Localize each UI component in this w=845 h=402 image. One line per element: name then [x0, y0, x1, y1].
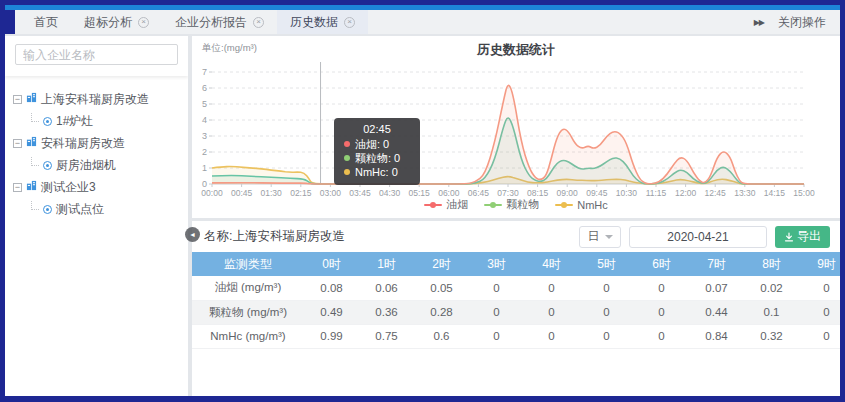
- legend-dot-icon: [490, 202, 496, 208]
- table-scroll-area: 监测类型0时1时2时3时4时5时6时7时8时9时油烟 (mg/m³)0.080.…: [192, 252, 840, 349]
- tooltip-time: 02:45: [344, 123, 410, 135]
- table-cell: 0: [579, 324, 634, 348]
- chart-legend: 油烟颗粒物NmHc: [192, 197, 840, 212]
- table-cell: 0.44: [689, 300, 744, 324]
- table-cell: 0.05: [414, 276, 469, 300]
- tab-item[interactable]: 首页: [21, 10, 71, 34]
- collapse-toggle-icon[interactable]: −: [13, 139, 22, 148]
- main-area: 单位:(mg/m³) 历史数据统计 0123456700:0000:4501:3…: [192, 36, 840, 396]
- table-row: NmHc (mg/m³)0.990.750.600000.840.320: [192, 324, 840, 348]
- data-table-panel: 名称:上海安科瑞厨房改造 日 导出: [192, 221, 840, 396]
- table-cell: 0: [799, 324, 840, 348]
- monitor-point-icon: [43, 205, 52, 214]
- enterprise-search-input[interactable]: [15, 44, 178, 65]
- tree-node-label: 厨房油烟机: [56, 157, 116, 174]
- tree-node-enterprise[interactable]: −安科瑞厨房改造: [13, 132, 180, 154]
- table-cell: 0: [634, 276, 689, 300]
- tab-item[interactable]: 企业分析报告×: [162, 10, 277, 34]
- table-cell: 0: [524, 300, 579, 324]
- tab-item[interactable]: 历史数据×: [277, 10, 368, 34]
- sidebar: −上海安科瑞厨房改造1#炉灶−安科瑞厨房改造厨房油烟机−测试企业3测试点位: [5, 36, 188, 396]
- table-cell: 0: [524, 324, 579, 348]
- tab-item[interactable]: 超标分析×: [71, 10, 162, 34]
- table-cell: 0.07: [689, 276, 744, 300]
- table-cell: 0: [579, 300, 634, 324]
- forward-icon[interactable]: ▶▶: [754, 18, 764, 27]
- tab-bar: 首页超标分析×企业分析报告×历史数据× ▶▶ 关闭操作: [5, 10, 840, 34]
- table-cell: 0.75: [359, 324, 414, 348]
- table-cell: 0.84: [689, 324, 744, 348]
- column-header: 2时: [414, 252, 469, 276]
- content-area: −上海安科瑞厨房改造1#炉灶−安科瑞厨房改造厨房油烟机−测试企业3测试点位 ◄ …: [5, 34, 840, 396]
- tree-node-point[interactable]: 厨房油烟机: [13, 154, 180, 176]
- table-toolbar: 名称:上海安科瑞厨房改造 日 导出: [192, 221, 840, 252]
- table-cell: 0.06: [359, 276, 414, 300]
- app-window: 首页超标分析×企业分析报告×历史数据× ▶▶ 关闭操作 −上海安科瑞厨房改造1#…: [0, 0, 845, 402]
- enterprise-name-label: 名称:上海安科瑞厨房改造: [204, 228, 345, 245]
- table-cell: 0: [799, 276, 840, 300]
- building-icon: [26, 136, 37, 150]
- collapse-toggle-icon[interactable]: −: [13, 183, 22, 192]
- monitor-point-icon: [43, 161, 52, 170]
- export-button-label: 导出: [797, 228, 821, 245]
- export-button[interactable]: 导出: [775, 226, 830, 248]
- date-picker-input[interactable]: [629, 226, 767, 248]
- tooltip-series-dot-icon: [344, 141, 350, 147]
- table-cell: 0: [524, 276, 579, 300]
- column-header: 1时: [359, 252, 414, 276]
- tree-node-point[interactable]: 1#炉灶: [13, 110, 180, 132]
- svg-text:6: 6: [202, 83, 207, 93]
- enterprise-tree: −上海安科瑞厨房改造1#炉灶−安科瑞厨房改造厨房油烟机−测试企业3测试点位: [5, 76, 188, 232]
- tree-node-label: 1#炉灶: [56, 113, 93, 130]
- tab-label: 超标分析: [84, 14, 132, 31]
- table-cell: 0.1: [744, 300, 799, 324]
- building-icon: [26, 180, 37, 194]
- table-cell: 0.36: [359, 300, 414, 324]
- download-icon: [784, 232, 794, 242]
- svg-text:5: 5: [202, 99, 207, 109]
- tree-node-label: 上海安科瑞厨房改造: [41, 91, 149, 108]
- tree-node-point[interactable]: 测试点位: [13, 198, 180, 220]
- tree-node-enterprise[interactable]: −上海安科瑞厨房改造: [13, 88, 180, 110]
- table-controls: 日 导出: [579, 226, 830, 248]
- tab-close-icon[interactable]: ×: [138, 17, 149, 28]
- table-cell: 0: [799, 300, 840, 324]
- legend-marker-icon: [484, 204, 502, 206]
- history-chart-panel: 单位:(mg/m³) 历史数据统计 0123456700:0000:4501:3…: [192, 36, 840, 218]
- legend-dot-icon: [430, 202, 436, 208]
- tab-label: 企业分析报告: [175, 14, 247, 31]
- period-select[interactable]: 日: [579, 226, 621, 248]
- column-header: 4时: [524, 252, 579, 276]
- tree-node-label: 安科瑞厨房改造: [41, 135, 125, 152]
- table-cell: 0.99: [304, 324, 359, 348]
- table-header: 监测类型0时1时2时3时4时5时6时7时8时9时: [192, 252, 840, 276]
- table-header-row: 监测类型0时1时2时3时4时5时6时7时8时9时: [192, 252, 840, 276]
- table-row: 油烟 (mg/m³)0.080.060.0500000.070.020: [192, 276, 840, 300]
- table-cell: 0.32: [744, 324, 799, 348]
- sidebar-collapse-button[interactable]: ◄: [185, 227, 200, 242]
- tab-close-icon[interactable]: ×: [253, 17, 264, 28]
- legend-label: 油烟: [446, 197, 468, 212]
- legend-item[interactable]: 颗粒物: [484, 197, 539, 212]
- tooltip-series-row: 油烟: 0: [344, 137, 410, 151]
- close-operations-button[interactable]: 关闭操作: [778, 14, 826, 31]
- row-type-cell: 油烟 (mg/m³): [192, 276, 304, 300]
- tree-elbow-connector: [31, 157, 39, 166]
- monitoring-data-table: 监测类型0时1时2时3时4时5时6时7时8时9时油烟 (mg/m³)0.080.…: [192, 252, 840, 349]
- legend-label: NmHc: [577, 199, 608, 211]
- svg-text:1: 1: [202, 163, 207, 173]
- row-type-cell: NmHc (mg/m³): [192, 324, 304, 348]
- tree-node-enterprise[interactable]: −测试企业3: [13, 176, 180, 198]
- legend-item[interactable]: NmHc: [555, 197, 608, 212]
- tooltip-series-dot-icon: [344, 169, 350, 175]
- tooltip-series-value: 颗粒物: 0: [355, 151, 400, 165]
- chevron-down-icon: [605, 235, 613, 239]
- table-cell: 0: [579, 276, 634, 300]
- chart-tooltip: 02:45 油烟: 0颗粒物: 0NmHc: 0: [334, 118, 420, 185]
- tree-elbow-connector: [31, 201, 39, 210]
- legend-item[interactable]: 油烟: [424, 197, 468, 212]
- tooltip-series-row: NmHc: 0: [344, 165, 410, 179]
- tab-close-icon[interactable]: ×: [344, 17, 355, 28]
- collapse-toggle-icon[interactable]: −: [13, 95, 22, 104]
- svg-text:7: 7: [202, 67, 207, 77]
